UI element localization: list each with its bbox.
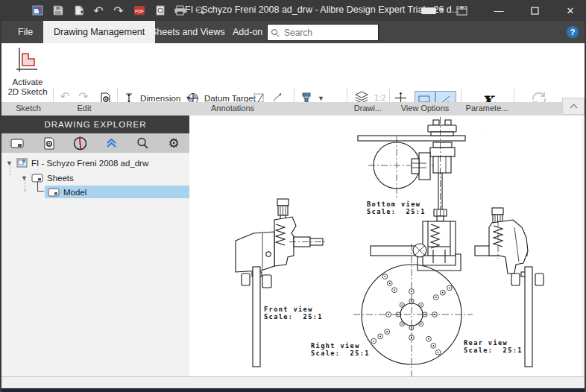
front-view-scale: Scale: 25:1 — [264, 313, 323, 320]
tree-connector — [37, 181, 39, 192]
explorer-title: DRAWING EXPLORER — [1, 116, 189, 133]
activate-2d-sketch-button[interactable]: Activate 2D Sketch — [4, 46, 51, 97]
tree-item-model[interactable]: Model — [45, 186, 192, 198]
ribbon-collapse-button[interactable] — [562, 98, 585, 115]
front-view: Front view Scale: 25:1 — [236, 132, 327, 367]
bottom-view: Bottom view Scale: 25:1 — [358, 117, 465, 221]
drawing-explorer-panel: DRAWING EXPLORER ⚙ ▼ FI - Schyzo Freni 2… — [1, 116, 189, 376]
activate-2d-sketch-label: Activate 2D Sketch — [4, 78, 51, 97]
section-view-icon[interactable] — [73, 136, 86, 150]
right-view-label: Right view — [311, 342, 360, 350]
search-input[interactable] — [283, 27, 374, 39]
scale-badge: 1:2 — [374, 93, 385, 102]
rear-view-label: Rear view — [464, 339, 508, 347]
chevron-up-icon — [570, 104, 578, 109]
explorer-search-icon[interactable] — [136, 136, 149, 150]
chevron-down-icon[interactable]: ▾ — [440, 5, 444, 13]
new-file-icon[interactable] — [72, 4, 86, 17]
drawing-canvas[interactable]: Front view Scale: 25:1 Bottom view Scale… — [189, 116, 582, 376]
save-icon[interactable] — [51, 4, 66, 17]
sheet-icon[interactable] — [10, 136, 24, 150]
close-button[interactable]: ✕ — [558, 0, 583, 21]
tree-item-label: Sheets — [47, 174, 74, 183]
tree-item-sheets[interactable]: ▼ Sheets — [21, 171, 74, 184]
model-sheet-icon — [48, 188, 60, 197]
menubar: File Drawing Management Sheets and Views… — [1, 21, 585, 43]
undo-icon[interactable]: ↶ — [91, 4, 106, 17]
bottom-view-label: Bottom view — [367, 200, 420, 208]
tree-item-label: Model — [63, 188, 86, 197]
right-view: Right view Scale: 25:1 — [311, 221, 473, 376]
tree-connector — [25, 190, 26, 192]
new-window-icon[interactable] — [449, 0, 474, 21]
group-label-sketch: Sketch — [7, 104, 49, 113]
search-box[interactable] — [267, 24, 379, 41]
sketch-icon — [16, 46, 39, 75]
tree-item-label: FI - Schyzo Freni 2008 ad_drw — [31, 159, 148, 168]
window-bottom-edge — [1, 388, 585, 392]
window-title: FI - Schyzo Freni 2008 ad_drw - Alibre D… — [185, 4, 459, 15]
bottom-view-scale: Scale: 25:1 — [367, 208, 426, 215]
rear-view: Rear view Scale: 25:1 — [464, 129, 544, 367]
group-label-drawing: Drawi... — [347, 104, 389, 113]
redo-icon[interactable]: ↷ — [111, 4, 126, 17]
minimize-button[interactable]: — — [486, 0, 511, 21]
collapse-all-icon[interactable] — [104, 136, 118, 150]
ribbon-group-labels: Sketch Edit Annotations Drawi... View Op… — [1, 102, 585, 116]
group-label-parameters: Paramete... — [461, 104, 513, 113]
fastener-caret-icon[interactable]: ▼ — [318, 95, 324, 102]
tab-file[interactable]: File — [7, 21, 43, 43]
tree-connector — [37, 191, 44, 192]
tree-item-root[interactable]: ▼ FI - Schyzo Freni 2008 ad_drw — [6, 157, 148, 169]
group-label-edit: Edit — [61, 104, 107, 113]
right-view-scale: Scale: 25:1 — [311, 350, 370, 357]
tree-connector — [25, 178, 26, 190]
trial-badge — [421, 7, 436, 14]
group-label-view-options: View Options — [391, 104, 459, 113]
svg-text:PDF: PDF — [135, 9, 144, 13]
tree-connector — [10, 163, 11, 175]
explorer-settings-icon[interactable]: ⚙ — [167, 136, 180, 150]
print-preview-icon[interactable] — [153, 4, 168, 17]
drawing-sheet: Front view Scale: 25:1 Bottom view Scale… — [189, 116, 582, 376]
help-icon[interactable]: ? — [567, 26, 579, 38]
maximize-button[interactable] — [522, 0, 547, 21]
front-view-label: Front view — [264, 306, 313, 313]
statusbar — [1, 376, 585, 388]
undo-disabled-icon: ↶ — [58, 89, 72, 103]
tab-drawing-management[interactable]: Drawing Management — [43, 21, 155, 43]
redo-disabled-icon: ↷ — [77, 89, 90, 103]
titlebar: ↶ ↷ PDF FI - Schyzo Freni 2008 ad_drw - … — [1, 0, 585, 21]
tab-sheets-and-views[interactable]: Sheets and Views — [140, 21, 236, 43]
group-label-annotations: Annotations — [166, 104, 300, 113]
explorer-toolbar: ⚙ — [1, 133, 189, 153]
canvas-right-edge — [582, 116, 586, 376]
rear-view-scale: Scale: 25:1 — [464, 347, 523, 354]
ribbon: Activate 2D Sketch ↶ ↷ × ● Ῑ⚙ ▢ Dimensio… — [1, 43, 585, 103]
app-logo-icon[interactable] — [30, 4, 45, 17]
search-icon — [268, 26, 283, 39]
tab-add-on[interactable]: Add-on — [222, 21, 273, 43]
drawing-file-icon — [16, 158, 28, 168]
sheet-settings-icon[interactable] — [42, 136, 55, 150]
export-pdf-icon[interactable]: PDF — [132, 4, 147, 17]
